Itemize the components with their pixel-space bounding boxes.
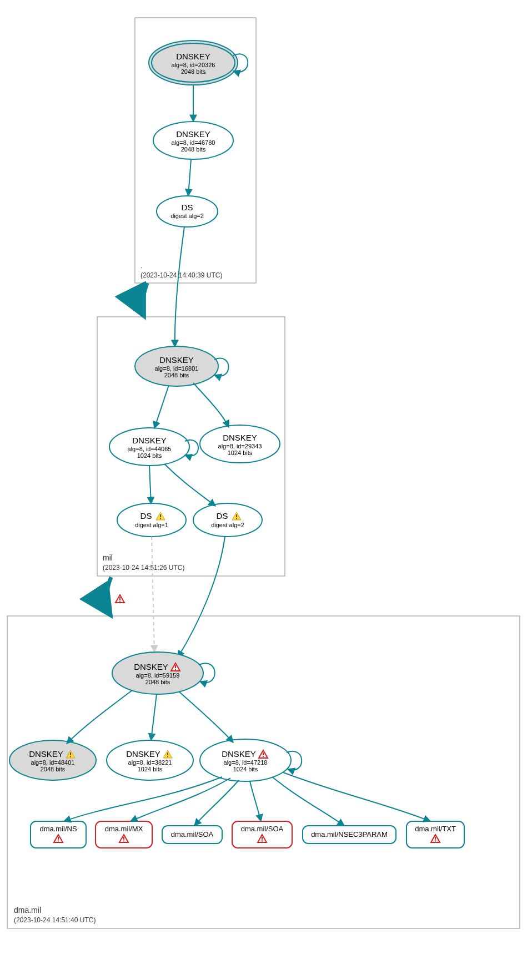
node-dma-k3[interactable]: DNSKEY alg=8, id=47218 1024 bits — [200, 739, 291, 781]
node-sub1: alg=8, id=44065 — [128, 446, 172, 452]
node-sub1: digest alg=1 — [135, 522, 168, 528]
node-title: DS — [140, 511, 152, 521]
svg-rect-32 — [58, 837, 59, 840]
rr-nsec3param[interactable]: dma.mil/NSEC3PARAM — [303, 826, 396, 843]
svg-rect-43 — [435, 837, 436, 840]
node-title: DNSKEY — [222, 749, 256, 759]
node-sub1: alg=8, id=48401 — [31, 759, 75, 766]
node-mil-ds2[interactable]: DS digest alg=2 — [193, 503, 262, 537]
node-mil-ksk[interactable]: DNSKEY alg=8, id=16801 2048 bits — [135, 346, 218, 386]
node-title: DNSKEY — [176, 129, 210, 139]
rr-soa-err[interactable]: dma.mil/SOA — [232, 821, 292, 848]
node-sub1: alg=8, id=47218 — [224, 759, 268, 766]
svg-rect-26 — [167, 752, 168, 755]
node-dma-k2[interactable]: DNSKEY alg=8, id=38221 1024 bits — [107, 740, 193, 780]
node-title: DNSKEY — [132, 436, 167, 445]
zone-mil-label: mil — [103, 553, 113, 562]
rr-label: dma.mil/SOA — [241, 825, 284, 833]
svg-rect-13 — [160, 518, 161, 519]
node-dma-k1[interactable]: DNSKEY alg=8, id=48401 2048 bits — [9, 740, 96, 780]
rr-txt[interactable]: dma.mil/TXT — [406, 821, 464, 848]
svg-rect-33 — [58, 841, 59, 842]
edge-delegate-root-mil — [142, 283, 147, 317]
node-title: DNSKEY — [223, 433, 257, 442]
node-mil-zsk1[interactable]: DNSKEY alg=8, id=44065 1024 bits — [109, 428, 189, 466]
error-icon — [116, 595, 124, 603]
svg-rect-24 — [70, 756, 71, 757]
node-sub1: alg=8, id=38221 — [128, 759, 172, 766]
svg-rect-18 — [119, 601, 121, 602]
edge-k3-soa2 — [250, 781, 261, 821]
node-sub1: alg=8, id=20326 — [172, 62, 215, 68]
svg-rect-27 — [167, 756, 168, 757]
rr-soa[interactable]: dma.mil/SOA — [162, 826, 222, 843]
svg-rect-16 — [236, 518, 237, 519]
node-title: DNSKEY — [126, 749, 160, 759]
edge-k3-nsec3 — [272, 777, 344, 826]
svg-rect-35 — [123, 837, 124, 840]
svg-rect-44 — [435, 841, 436, 842]
node-sub2: 2048 bits — [181, 68, 206, 75]
node-sub2: 1024 bits — [137, 452, 162, 459]
svg-rect-39 — [262, 837, 263, 840]
edge-delegate-mil-dma — [107, 577, 111, 616]
svg-rect-23 — [70, 752, 71, 755]
node-sub2: 2048 bits — [145, 679, 170, 685]
dnssec-graph: . (2023-10-24 14:40:39 UTC) mil (2023-10… — [0, 0, 527, 980]
zone-mil-ts: (2023-10-24 14:51:26 UTC) — [103, 564, 184, 572]
edge-rootds-milksk — [175, 227, 184, 347]
rr-label: dma.mil/MX — [105, 825, 143, 833]
node-dma-ksk[interactable]: DNSKEY alg=8, id=59159 2048 bits — [112, 652, 203, 694]
edge-milksk-milzsk2 — [193, 383, 229, 427]
node-sub2: 2048 bits — [164, 372, 189, 378]
rr-label: dma.mil/NSEC3PARAM — [311, 830, 388, 838]
node-sub1: digest alg=2 — [170, 213, 204, 219]
rr-label: dma.mil/NS — [39, 825, 77, 833]
edge-k3-txt — [283, 772, 430, 821]
edge-k3-soa — [194, 780, 239, 826]
zone-dma-label: dma.mil — [14, 906, 41, 915]
node-sub2: 1024 bits — [233, 766, 258, 772]
node-mil-zsk2[interactable]: DNSKEY alg=8, id=29343 1024 bits — [200, 425, 280, 463]
edge-milzsk1-milds1 — [149, 466, 151, 504]
edge-milds2-dmaksk — [178, 537, 225, 658]
node-title: DS — [182, 203, 193, 212]
zone-root-ts: (2023-10-24 14:40:39 UTC) — [140, 271, 222, 279]
node-title: DNSKEY — [134, 662, 168, 671]
node-root-ksk[interactable]: DNSKEY alg=8, id=20326 2048 bits — [149, 41, 238, 85]
zone-root-label: . — [140, 261, 143, 270]
node-title: DNSKEY — [29, 749, 63, 759]
node-mil-ds1[interactable]: DS digest alg=1 — [117, 503, 186, 537]
edge-k3-ns — [64, 777, 222, 821]
svg-rect-29 — [263, 752, 264, 755]
svg-rect-12 — [160, 514, 161, 517]
edge-dmaksk-dmak1 — [67, 690, 132, 744]
edge-rootzsk-rootds — [188, 159, 191, 196]
rr-label: dma.mil/TXT — [415, 825, 456, 833]
rr-mx[interactable]: dma.mil/MX — [96, 821, 152, 848]
node-title: DS — [217, 511, 228, 521]
edge-milds1-dmaksk-dashed — [152, 537, 154, 652]
svg-rect-17 — [119, 597, 121, 600]
node-sub2: 1024 bits — [228, 449, 253, 456]
svg-rect-20 — [175, 665, 176, 668]
node-title: DNSKEY — [176, 52, 210, 61]
edge-milksk-milzsk1 — [154, 385, 169, 428]
rr-ns[interactable]: dma.mil/NS — [31, 821, 86, 848]
edge-dmaksk-dmak2 — [151, 694, 157, 740]
node-root-zsk[interactable]: DNSKEY alg=8, id=46780 2048 bits — [153, 122, 233, 159]
svg-rect-30 — [263, 756, 264, 757]
node-title: DNSKEY — [159, 355, 194, 365]
svg-rect-36 — [123, 841, 124, 842]
node-sub2: 2048 bits — [41, 766, 66, 772]
svg-rect-21 — [175, 669, 176, 670]
node-sub1: alg=8, id=16801 — [155, 365, 199, 372]
rr-label: dma.mil/SOA — [171, 830, 214, 838]
svg-rect-15 — [236, 514, 237, 517]
node-sub2: 1024 bits — [138, 766, 163, 772]
svg-rect-40 — [262, 841, 263, 842]
zone-dma-ts: (2023-10-24 14:51:40 UTC) — [14, 916, 96, 924]
node-sub2: 2048 bits — [181, 146, 206, 153]
node-sub1: alg=8, id=29343 — [218, 443, 262, 449]
node-root-ds[interactable]: DS digest alg=2 — [157, 196, 218, 227]
